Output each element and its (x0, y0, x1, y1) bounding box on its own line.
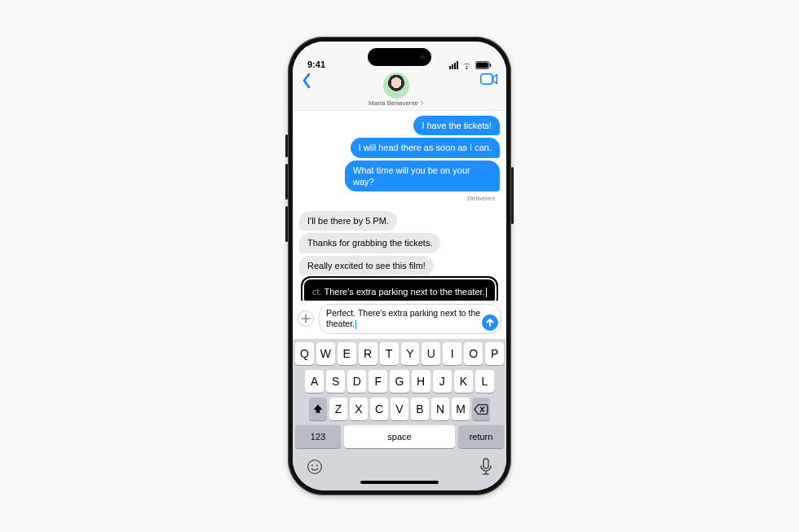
arrow-up-icon (485, 318, 495, 328)
compose-bar: Perfect. There's extra parking next to t… (293, 301, 506, 339)
suggestion-prefix: ct. (312, 287, 324, 297)
key-a[interactable]: A (305, 370, 324, 393)
volume-up-button (285, 164, 288, 200)
backspace-icon (474, 404, 488, 415)
shift-icon (312, 403, 324, 415)
keyboard-row-3: Z X C V B N M (295, 398, 504, 420)
key-u[interactable]: U (422, 342, 440, 365)
status-time: 9:41 (307, 59, 325, 69)
battery-icon (475, 61, 492, 69)
send-button[interactable] (482, 314, 498, 331)
return-key[interactable]: return (458, 425, 504, 448)
home-indicator[interactable] (295, 479, 504, 490)
apps-plus-button[interactable] (298, 310, 314, 327)
key-m[interactable]: M (452, 398, 470, 420)
svg-point-4 (308, 460, 322, 474)
key-q[interactable]: Q (295, 342, 314, 365)
svg-rect-7 (483, 459, 488, 468)
message-sent[interactable]: What time will you be on your way? (299, 160, 500, 192)
keyboard-row-2: A S D F G H J K L (295, 370, 504, 393)
svg-rect-2 (490, 64, 492, 67)
svg-point-6 (316, 464, 318, 466)
suggestion-text: There's extra parking next to the theate… (324, 287, 484, 297)
key-h[interactable]: H (412, 370, 430, 393)
key-b[interactable]: B (411, 398, 429, 420)
message-sent[interactable]: I will head there as soon as I can. (299, 138, 500, 157)
power-button (511, 167, 514, 224)
keyboard: Q W E R T Y U I O P A S D F G H J K L (293, 339, 506, 490)
key-j[interactable]: J (433, 370, 452, 393)
message-received[interactable]: I'll be there by 5 PM. (299, 211, 500, 231)
key-l[interactable]: L (475, 370, 494, 393)
chevron-right-icon (420, 100, 424, 106)
svg-rect-3 (481, 74, 492, 85)
facetime-video-button[interactable] (480, 73, 498, 86)
message-input[interactable]: Perfect. There's extra parking next to t… (319, 304, 501, 334)
key-n[interactable]: N (431, 398, 449, 420)
key-y[interactable]: Y (401, 342, 420, 365)
emoji-button[interactable] (307, 459, 323, 475)
conversation-header: María Benavente (293, 71, 506, 111)
live-speech-suggestion[interactable]: ct. There's extra parking next to the th… (302, 278, 497, 301)
delivered-status: Delivered (299, 195, 500, 202)
back-button[interactable] (301, 73, 312, 89)
dynamic-island (368, 48, 431, 66)
iphone-frame: 9:41 María Benavente (288, 37, 511, 495)
key-t[interactable]: T (380, 342, 399, 365)
key-x[interactable]: X (350, 398, 368, 420)
key-g[interactable]: G (390, 370, 408, 393)
emoji-icon (307, 459, 323, 475)
side-button (285, 134, 288, 157)
keyboard-bottom-bar (295, 453, 504, 479)
key-s[interactable]: S (326, 370, 345, 393)
message-input-text: Perfect. There's extra parking next to t… (326, 308, 480, 329)
message-sent[interactable]: I have the tickets! (299, 116, 500, 135)
cellular-signal-icon (449, 61, 458, 69)
backspace-key[interactable] (472, 398, 490, 420)
numbers-key[interactable]: 123 (295, 425, 341, 448)
keyboard-row-1: Q W E R T Y U I O P (295, 342, 504, 365)
key-c[interactable]: C (370, 398, 388, 420)
key-w[interactable]: W (316, 342, 335, 365)
key-p[interactable]: P (485, 342, 504, 365)
key-r[interactable]: R (359, 342, 377, 365)
volume-down-button (285, 206, 288, 242)
key-f[interactable]: F (369, 370, 387, 393)
key-z[interactable]: Z (329, 398, 347, 420)
screen: 9:41 María Benavente (293, 42, 506, 490)
key-k[interactable]: K (454, 370, 473, 393)
avatar (383, 73, 409, 99)
contact-container[interactable]: María Benavente (369, 73, 424, 107)
svg-rect-1 (476, 63, 488, 68)
key-d[interactable]: D (347, 370, 366, 393)
contact-name: María Benavente (369, 99, 418, 107)
key-i[interactable]: I (443, 342, 461, 365)
svg-point-5 (311, 464, 313, 466)
text-caret (355, 320, 356, 329)
key-o[interactable]: O (464, 342, 483, 365)
message-list[interactable]: I have the tickets! I will head there as… (293, 111, 506, 301)
message-received[interactable]: Thanks for grabbing the tickets. (299, 233, 500, 253)
plus-icon (301, 314, 311, 323)
keyboard-row-4: 123 space return (295, 425, 504, 448)
microphone-icon (479, 458, 492, 476)
dictation-button[interactable] (479, 458, 492, 476)
key-e[interactable]: E (338, 342, 356, 365)
space-key[interactable]: space (344, 425, 455, 448)
key-v[interactable]: V (391, 398, 408, 420)
message-received[interactable]: Really excited to see this film! (299, 256, 500, 275)
shift-key[interactable] (309, 398, 327, 420)
wifi-icon (461, 61, 472, 69)
